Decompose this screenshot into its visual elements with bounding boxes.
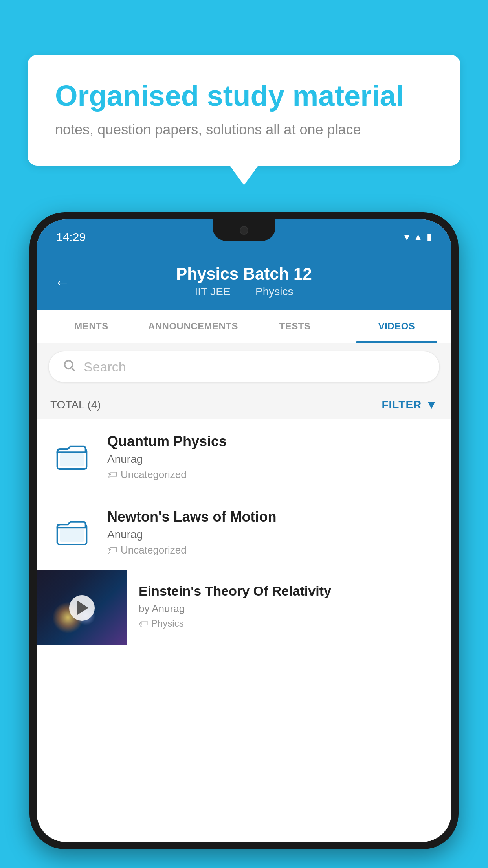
search-input[interactable]: Search xyxy=(84,359,126,375)
tag-icon: 🏷 xyxy=(139,618,148,629)
video-title: Quantum Physics xyxy=(107,433,438,450)
bubble-subtitle: notes, question papers, solutions all at… xyxy=(55,121,433,138)
search-bar[interactable]: Search xyxy=(48,351,440,383)
header-category: IIT JEE xyxy=(194,285,230,298)
back-button[interactable]: ← xyxy=(54,274,70,291)
wifi-icon: ▾ xyxy=(404,231,409,243)
app-header: ← Physics Batch 12 IIT JEE Physics xyxy=(37,255,451,310)
search-icon xyxy=(62,359,76,375)
play-button[interactable] xyxy=(69,595,95,621)
video-author: Anurag xyxy=(107,453,438,465)
folder-icon-container xyxy=(50,436,94,479)
video-thumbnail xyxy=(37,570,127,645)
video-title: Einstein's Theory Of Relativity xyxy=(139,582,440,600)
notch xyxy=(213,219,275,241)
filter-bar: TOTAL (4) FILTER ▼ xyxy=(37,390,451,419)
video-author: by Anurag xyxy=(139,603,440,615)
video-info: Quantum Physics Anurag 🏷 Uncategorized xyxy=(107,433,438,481)
tag-icon: 🏷 xyxy=(107,544,117,556)
folder-icon-container xyxy=(50,511,94,554)
svg-rect-5 xyxy=(60,529,84,542)
status-icons: ▾ ▲ ▮ xyxy=(404,231,432,243)
svg-line-1 xyxy=(72,368,75,371)
bubble-title: Organised study material xyxy=(55,79,433,114)
tag-icon: 🏷 xyxy=(107,469,117,481)
battery-icon: ▮ xyxy=(427,232,432,243)
video-tag: 🏷 Uncategorized xyxy=(107,544,438,556)
tab-tests[interactable]: TESTS xyxy=(244,310,346,343)
folder-icon xyxy=(56,517,88,548)
video-author: Anurag xyxy=(107,528,438,541)
header-subject: Physics xyxy=(255,285,293,298)
signal-icon: ▲ xyxy=(413,232,423,243)
list-item[interactable]: Quantum Physics Anurag 🏷 Uncategorized xyxy=(37,419,451,495)
status-bar: 14:29 ▾ ▲ ▮ xyxy=(37,219,451,255)
video-title: Newton's Laws of Motion xyxy=(107,509,438,525)
list-item[interactable]: Newton's Laws of Motion Anurag 🏷 Uncateg… xyxy=(37,495,451,570)
filter-icon: ▼ xyxy=(426,398,438,412)
video-tag: 🏷 Physics xyxy=(139,618,440,629)
video-list: Quantum Physics Anurag 🏷 Uncategorized xyxy=(37,419,451,645)
play-icon xyxy=(77,601,88,615)
video-tag: 🏷 Uncategorized xyxy=(107,469,438,481)
status-time: 14:29 xyxy=(56,230,86,244)
search-container: Search xyxy=(37,343,451,390)
tab-announcements[interactable]: ANNOUNCEMENTS xyxy=(142,310,244,343)
video-info: Einstein's Theory Of Relativity by Anura… xyxy=(127,570,451,641)
phone-wrapper: 14:29 ▾ ▲ ▮ ← Physics Batch 12 IIT JEE P… xyxy=(29,212,459,868)
tab-videos[interactable]: VIDEOS xyxy=(346,310,448,343)
header-subtitle: IIT JEE Physics xyxy=(54,285,434,298)
video-info: Newton's Laws of Motion Anurag 🏷 Uncateg… xyxy=(107,509,438,556)
header-separator xyxy=(242,285,248,298)
header-title: Physics Batch 12 xyxy=(54,265,434,283)
filter-button[interactable]: FILTER ▼ xyxy=(382,398,438,412)
folder-icon xyxy=(56,441,88,473)
phone-inner: 14:29 ▾ ▲ ▮ ← Physics Batch 12 IIT JEE P… xyxy=(37,219,451,842)
svg-rect-3 xyxy=(60,453,84,466)
tab-bar: MENTS ANNOUNCEMENTS TESTS VIDEOS xyxy=(37,310,451,343)
speech-bubble: Organised study material notes, question… xyxy=(28,55,460,166)
tab-ments[interactable]: MENTS xyxy=(40,310,142,343)
camera xyxy=(240,226,248,235)
phone-outer: 14:29 ▾ ▲ ▮ ← Physics Batch 12 IIT JEE P… xyxy=(29,212,459,849)
total-count: TOTAL (4) xyxy=(50,399,101,411)
list-item[interactable]: Einstein's Theory Of Relativity by Anura… xyxy=(37,570,451,645)
